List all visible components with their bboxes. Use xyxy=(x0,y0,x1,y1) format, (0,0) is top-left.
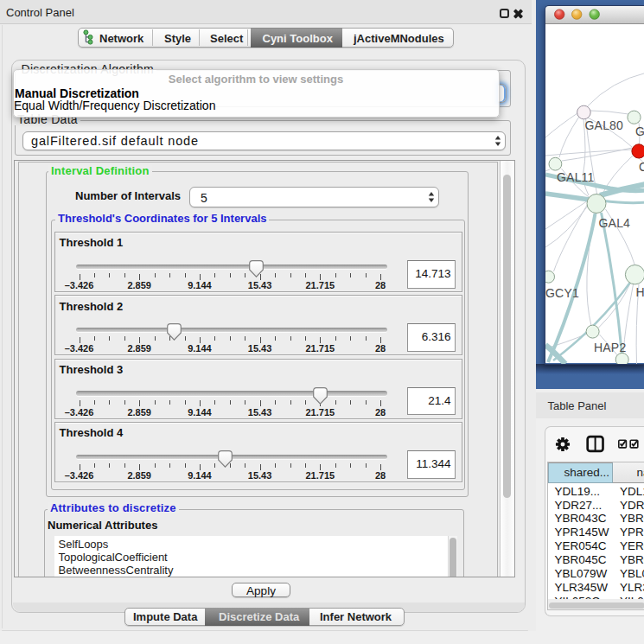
svg-text:GAL11: GAL11 xyxy=(557,170,595,184)
svg-text:H: H xyxy=(636,284,644,298)
svg-text:HAP2: HAP2 xyxy=(594,340,626,354)
svg-text:C: C xyxy=(639,159,644,173)
svg-text:GCY1: GCY1 xyxy=(545,286,579,300)
svg-text:GAL80: GAL80 xyxy=(585,118,624,131)
svg-text:GA: GA xyxy=(635,124,644,138)
svg-text:GAL4: GAL4 xyxy=(599,215,631,229)
